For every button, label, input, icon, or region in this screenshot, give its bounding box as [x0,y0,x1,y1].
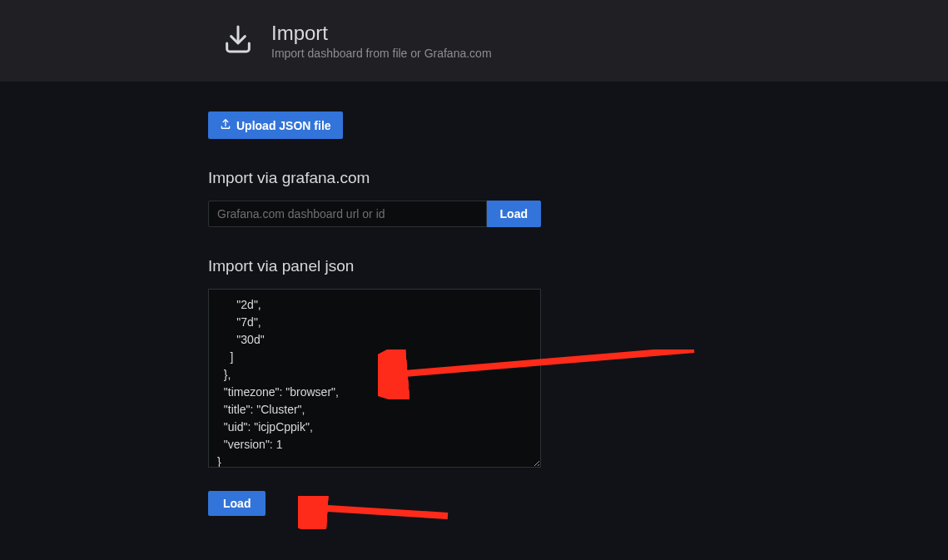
grafana-url-input[interactable] [208,201,487,227]
main-content: Upload JSON file Import via grafana.com … [0,82,566,516]
grafana-input-row: Load [208,201,541,227]
import-via-grafana-section: Import via grafana.com Load [208,169,566,227]
import-icon [221,22,255,59]
page-header: Import Import dashboard from file or Gra… [0,0,948,82]
section-title-json: Import via panel json [208,257,566,275]
section-title-grafana: Import via grafana.com [208,169,566,187]
page-subtitle: Import dashboard from file or Grafana.co… [271,47,492,60]
header-text: Import Import dashboard from file or Gra… [271,22,492,61]
upload-json-button[interactable]: Upload JSON file [208,112,343,139]
json-load-button[interactable]: Load [208,491,266,516]
upload-icon [220,118,231,132]
page-title: Import [271,22,492,46]
import-via-json-section: Import via panel json Load [208,257,566,516]
grafana-load-button[interactable]: Load [487,201,541,227]
load-button-container: Load [208,491,566,516]
upload-json-label: Upload JSON file [236,119,331,132]
panel-json-textarea[interactable] [208,289,541,468]
